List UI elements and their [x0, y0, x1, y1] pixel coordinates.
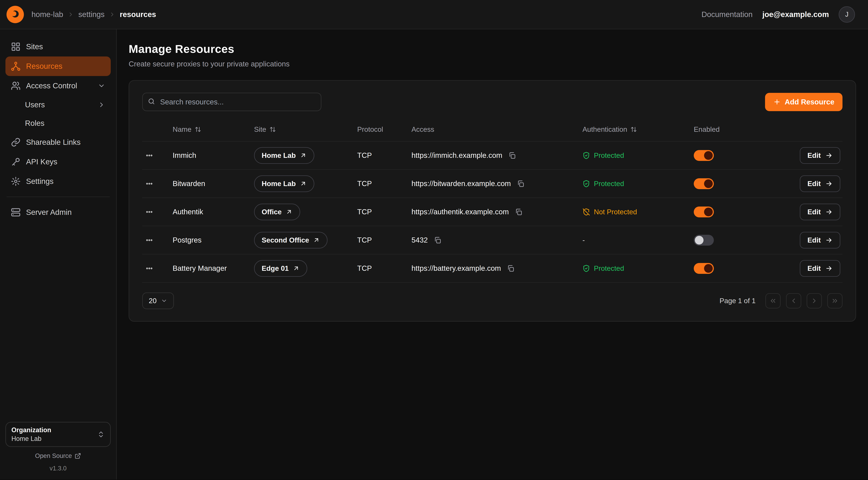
page-subtitle: Create secure proxies to your private ap…: [129, 60, 856, 68]
arrow-right-icon: [825, 180, 833, 187]
copy-icon[interactable]: [514, 207, 524, 217]
protocol: TCP: [357, 179, 411, 188]
page-title: Manage Resources: [129, 42, 856, 55]
page-indicator: Page 1 of 1: [720, 297, 756, 305]
row-menu-button[interactable]: [142, 150, 156, 161]
shield-check-icon: [583, 265, 590, 272]
access-value: https://bitwarden.example.com: [411, 179, 511, 188]
copy-icon[interactable]: [507, 151, 517, 160]
more-options-icon: [146, 180, 153, 187]
sidebar: Sites Resources Access Control Users Rol…: [0, 29, 117, 479]
add-resource-button[interactable]: Add Resource: [765, 93, 842, 111]
auth-status: Protected: [583, 264, 624, 272]
chevrons-left-icon: [769, 297, 777, 305]
edit-button[interactable]: Edit: [800, 232, 840, 248]
table-row: Battery Manager Edge 01 TCP https://batt…: [142, 254, 842, 283]
sidebar-item-server-admin[interactable]: Server Admin: [5, 203, 111, 222]
breadcrumb-resources[interactable]: resources: [120, 10, 156, 19]
table-row: Bitwarden Home Lab TCP https://bitwarden…: [142, 170, 842, 198]
sidebar-item-access-control[interactable]: Access Control: [5, 76, 111, 96]
enabled-toggle[interactable]: [694, 235, 714, 246]
sort-icon[interactable]: [630, 126, 637, 133]
enabled-toggle[interactable]: [694, 150, 714, 161]
chevron-right-icon: [67, 11, 74, 18]
page-size-select[interactable]: 20: [142, 293, 174, 309]
app-logo-icon[interactable]: [6, 6, 24, 23]
arrow-right-icon: [825, 208, 833, 216]
documentation-link[interactable]: Documentation: [702, 10, 753, 19]
sort-icon[interactable]: [270, 126, 276, 133]
more-options-icon: [146, 152, 153, 159]
protocol: TCP: [357, 208, 411, 216]
site-link[interactable]: Home Lab: [254, 147, 314, 164]
auth-status: Protected: [583, 180, 624, 188]
enabled-toggle[interactable]: [694, 263, 714, 274]
row-menu-button[interactable]: [142, 234, 156, 246]
access-control-icon: [11, 81, 21, 91]
edit-button[interactable]: Edit: [800, 260, 840, 277]
sidebar-item-resources[interactable]: Resources: [5, 57, 111, 76]
resources-icon: [11, 61, 21, 71]
sidebar-item-sites[interactable]: Sites: [5, 37, 111, 57]
copy-icon[interactable]: [516, 179, 525, 189]
enabled-toggle[interactable]: [694, 207, 714, 217]
site-link[interactable]: Office: [254, 204, 300, 220]
arrow-right-icon: [825, 152, 833, 159]
user-avatar[interactable]: J: [839, 6, 855, 23]
sites-icon: [11, 42, 21, 52]
last-page-button[interactable]: [827, 293, 842, 308]
sidebar-item-users[interactable]: Users: [5, 96, 111, 114]
shield-check-icon: [583, 180, 590, 187]
row-menu-button[interactable]: [142, 206, 156, 218]
col-enabled: Enabled: [694, 125, 720, 133]
col-name: Name: [173, 125, 191, 133]
organization-label: Organization: [11, 426, 97, 434]
first-page-button[interactable]: [766, 293, 781, 308]
search-input[interactable]: [142, 93, 321, 111]
chevron-down-icon: [98, 82, 105, 90]
external-arrow-icon: [300, 152, 307, 159]
gear-icon: [11, 177, 21, 186]
more-options-icon: [146, 265, 153, 272]
breadcrumb-settings[interactable]: settings: [79, 10, 104, 19]
previous-page-button[interactable]: [786, 293, 801, 308]
sidebar-item-settings[interactable]: Settings: [5, 172, 111, 191]
sidebar-item-roles[interactable]: Roles: [5, 114, 111, 132]
topbar: home-lab settings resources Documentatio…: [0, 0, 868, 29]
auth-status: Not Protected: [583, 208, 637, 216]
edit-button[interactable]: Edit: [800, 147, 840, 164]
sort-icon[interactable]: [195, 126, 201, 133]
more-options-icon: [146, 208, 153, 216]
copy-icon[interactable]: [433, 235, 442, 245]
organization-switcher[interactable]: Organization Home Lab: [5, 422, 111, 447]
site-link[interactable]: Second Office: [254, 232, 328, 248]
resources-card: Add Resource Name Site Protocol Access A…: [129, 80, 856, 322]
sidebar-item-api-keys[interactable]: API Keys: [5, 152, 111, 172]
external-link-icon: [74, 453, 81, 459]
col-authentication: Authentication: [583, 125, 627, 133]
open-source-link[interactable]: Open Source: [5, 452, 111, 459]
copy-icon[interactable]: [506, 264, 516, 273]
table-row: Postgres Second Office TCP 5432 - Edit: [142, 226, 842, 254]
arrow-right-icon: [825, 265, 833, 272]
row-menu-button[interactable]: [142, 178, 156, 190]
resource-name: Immich: [173, 151, 254, 160]
col-site: Site: [254, 125, 266, 133]
site-link[interactable]: Home Lab: [254, 175, 314, 192]
edit-button[interactable]: Edit: [800, 175, 840, 192]
key-icon: [11, 157, 21, 167]
site-link[interactable]: Edge 01: [254, 260, 307, 277]
sidebar-item-shareable-links[interactable]: Shareable Links: [5, 132, 111, 152]
next-page-button[interactable]: [807, 293, 822, 308]
breadcrumb-home-lab[interactable]: home-lab: [31, 10, 63, 19]
enabled-toggle[interactable]: [694, 178, 714, 189]
more-options-icon: [146, 236, 153, 244]
organization-value: Home Lab: [11, 435, 97, 443]
row-menu-button[interactable]: [142, 263, 156, 274]
chevrons-up-down-icon: [97, 430, 105, 438]
table-row: Authentik Office TCP https://authentik.e…: [142, 198, 842, 226]
pagination: Page 1 of 1: [720, 293, 843, 308]
resource-name: Authentik: [173, 208, 254, 216]
chevron-right-icon: [810, 297, 818, 305]
edit-button[interactable]: Edit: [800, 204, 840, 220]
